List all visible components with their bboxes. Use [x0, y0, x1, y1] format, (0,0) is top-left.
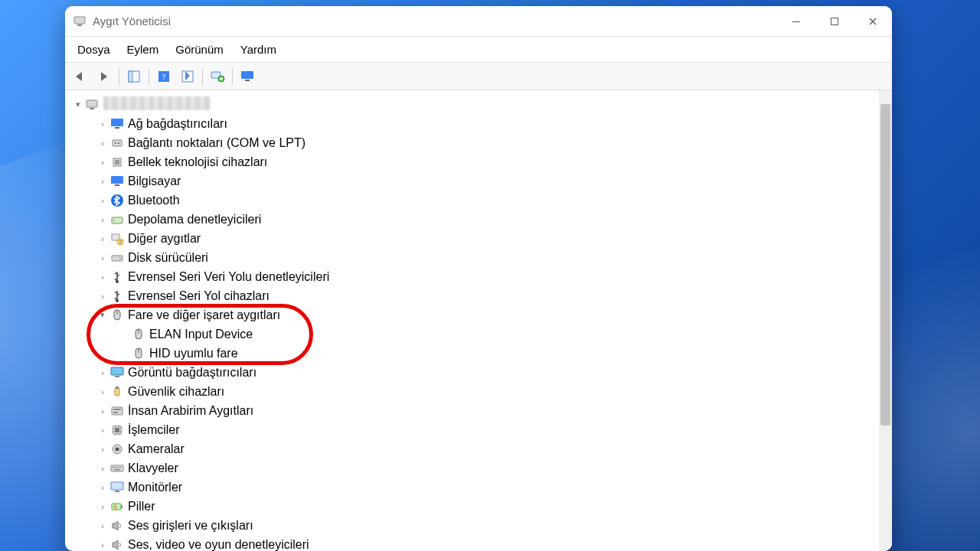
- svg-rect-41: [115, 376, 119, 377]
- tree-category-hid[interactable]: ›İnsan Arabirim Aygıtları: [68, 401, 879, 420]
- expand-chevron-icon[interactable]: ›: [97, 540, 108, 549]
- chip-icon: [109, 155, 125, 170]
- monitor-blue-icon: [109, 174, 125, 189]
- svg-rect-15: [111, 119, 123, 126]
- svg-rect-42: [115, 388, 119, 396]
- tree-label: [103, 96, 211, 113]
- expand-chevron-icon[interactable]: ›: [97, 272, 108, 282]
- action-properties-button[interactable]: [177, 66, 198, 87]
- expand-chevron-icon[interactable]: ›: [97, 425, 108, 435]
- help-button[interactable]: ?: [153, 66, 175, 87]
- menu-file[interactable]: Dosya: [70, 38, 118, 60]
- expand-chevron-icon[interactable]: ›: [97, 234, 108, 243]
- tree-category-media[interactable]: ›Ses, video ve oyun denetleyicileri: [68, 535, 879, 551]
- svg-rect-0: [74, 17, 85, 24]
- svg-rect-40: [111, 367, 123, 375]
- tree-category-ports[interactable]: ›Bağlantı noktaları (COM ve LPT): [68, 133, 879, 152]
- bluetooth-icon: [109, 193, 125, 208]
- maximize-button[interactable]: [815, 6, 854, 37]
- tree-item-mouse-0[interactable]: ELAN Input Device: [68, 324, 879, 344]
- tree-category-sec[interactable]: ›Güvenlik cihazları: [68, 382, 879, 401]
- tree-label: Klavyeler: [128, 461, 178, 475]
- tree-category-net[interactable]: ›Ağ bağdaştırıcıları: [68, 114, 879, 133]
- mouse-icon: [109, 308, 125, 323]
- svg-rect-14: [90, 108, 94, 109]
- separator: [232, 68, 233, 85]
- tree-category-cam[interactable]: ›Kameralar: [68, 439, 879, 458]
- tree-category-usb[interactable]: ›Evrensel Seri Veri Yolu denetleyicileri: [68, 267, 879, 286]
- cpu-icon: [109, 422, 125, 438]
- svg-rect-12: [245, 80, 250, 81]
- tree-category-mon[interactable]: ›Monitörler: [68, 478, 879, 497]
- tree-category-stor[interactable]: ›Depolama denetleyicileri: [68, 210, 879, 229]
- expand-chevron-icon[interactable]: ›: [97, 215, 108, 224]
- monitor-button[interactable]: [237, 66, 258, 87]
- tree-category-disp[interactable]: ›Görüntü bağdaştırıcıları: [68, 363, 879, 382]
- expand-chevron-icon[interactable]: ›: [97, 292, 108, 301]
- expand-chevron-icon[interactable]: ›: [97, 521, 108, 530]
- tree-category-usbd[interactable]: ›Evrensel Seri Yol cihazları: [68, 286, 879, 305]
- nav-forward-button[interactable]: [93, 66, 115, 87]
- camera-icon: [109, 442, 125, 457]
- scrollbar[interactable]: [879, 90, 892, 551]
- content-area: ▾›Ağ bağdaştırıcıları›Bağlantı noktaları…: [65, 90, 892, 551]
- expand-chevron-icon[interactable]: ›: [97, 483, 108, 492]
- expand-chevron-icon[interactable]: ▾: [97, 310, 108, 320]
- expand-chevron-icon[interactable]: ›: [97, 177, 108, 186]
- menu-view[interactable]: Görünüm: [168, 38, 231, 60]
- separator: [202, 68, 203, 85]
- nav-back-button[interactable]: [70, 66, 91, 87]
- tree-category-cpu[interactable]: ›İşlemciler: [68, 420, 879, 439]
- tree-category-kbd[interactable]: ›Klavyeler: [68, 458, 879, 478]
- scan-hardware-button[interactable]: [207, 66, 228, 87]
- expand-chevron-icon[interactable]: ›: [97, 464, 108, 473]
- svg-text:?: ?: [119, 240, 122, 245]
- expand-chevron-icon[interactable]: ›: [97, 387, 108, 396]
- separator: [119, 68, 119, 85]
- tree-label: Güvenlik cihazları: [128, 385, 224, 399]
- show-hide-tree-button[interactable]: [123, 66, 145, 87]
- tree-label: Ağ bağdaştırıcıları: [128, 117, 227, 131]
- svg-rect-16: [115, 127, 119, 129]
- minimize-button[interactable]: [777, 6, 815, 37]
- expand-chevron-icon[interactable]: ›: [97, 253, 108, 262]
- expand-chevron-icon[interactable]: ›: [97, 119, 108, 129]
- close-button[interactable]: [854, 6, 892, 37]
- expand-chevron-icon[interactable]: ›: [97, 158, 108, 167]
- expand-chevron-icon[interactable]: ›: [97, 502, 108, 511]
- tree-category-mouse[interactable]: ▾Fare ve diğer işaret aygıtları: [68, 305, 879, 324]
- menu-help[interactable]: Yardım: [233, 38, 284, 60]
- tree-label: ELAN Input Device: [149, 328, 253, 341]
- tree-category-bt[interactable]: ›Bluetooth: [68, 191, 879, 210]
- device-manager-window: Aygıt Yöneticisi Dosya Eylem Görünüm Yar…: [65, 6, 892, 551]
- tree-category-disk[interactable]: ›Disk sürücüleri: [68, 248, 879, 267]
- scrollbar-thumb[interactable]: [880, 104, 890, 425]
- device-tree[interactable]: ▾›Ağ bağdaştırıcıları›Bağlantı noktaları…: [65, 90, 879, 551]
- expand-chevron-icon[interactable]: ›: [97, 196, 108, 205]
- tree-label: Piller: [128, 500, 155, 514]
- svg-point-26: [113, 220, 115, 221]
- keyboard-icon: [109, 461, 125, 476]
- menu-action[interactable]: Eylem: [119, 38, 167, 60]
- tree-label: Görüntü bağdaştırıcıları: [128, 366, 256, 380]
- tree-category-other[interactable]: ›?Diğer aygıtlar: [68, 229, 879, 248]
- tree-category-pc[interactable]: ›Bilgisayar: [68, 171, 879, 191]
- tree-category-membus[interactable]: ›Bellek teknolojisi cihazları: [68, 152, 879, 171]
- tree-item-mouse-1[interactable]: HID uyumlu fare: [68, 344, 879, 363]
- tree-label: İnsan Arabirim Aygıtları: [128, 404, 253, 418]
- svg-text:?: ?: [162, 72, 166, 81]
- tree-root[interactable]: ▾: [68, 95, 879, 114]
- tree-label: HID uyumlu fare: [149, 347, 238, 360]
- expand-chevron-icon[interactable]: ›: [97, 406, 108, 416]
- tree-category-audio[interactable]: ›Ses girişleri ve çıkışları: [68, 516, 879, 535]
- svg-point-31: [119, 257, 121, 259]
- tree-category-batt[interactable]: ›Piller: [68, 497, 879, 516]
- svg-rect-21: [115, 160, 119, 165]
- expand-chevron-icon[interactable]: ›: [97, 445, 108, 454]
- svg-rect-53: [115, 467, 116, 468]
- mouse-icon: [131, 327, 146, 342]
- expand-chevron-icon[interactable]: ›: [97, 139, 108, 148]
- expand-chevron-icon[interactable]: ›: [97, 368, 108, 377]
- titlebar: Aygıt Yöneticisi: [65, 6, 892, 37]
- expand-chevron-icon[interactable]: ▾: [73, 99, 83, 109]
